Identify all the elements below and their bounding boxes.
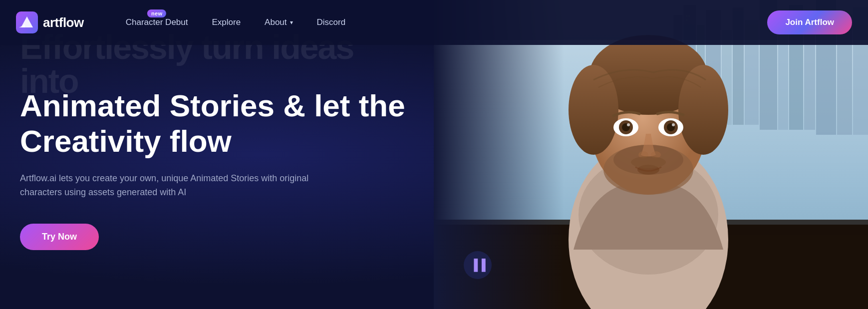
- hero-title: Animated Stories & let the Creativity fl…: [20, 88, 419, 159]
- nav-item-character-debut[interactable]: new Character Debut: [114, 13, 200, 31]
- nav-item-discord[interactable]: Discord: [305, 13, 358, 31]
- hero-image: [434, 0, 868, 309]
- logo[interactable]: artflow: [16, 11, 84, 33]
- hero-text-area: Effortlessly turn ideas into Animated St…: [20, 30, 419, 250]
- chevron-down-icon: ▾: [290, 19, 293, 26]
- join-artflow-button[interactable]: Join Artflow: [767, 10, 852, 34]
- nav-label-character-debut: Character Debut: [126, 17, 188, 27]
- logo-text: artflow: [43, 15, 84, 30]
- nav-item-about[interactable]: About ▾: [253, 13, 304, 31]
- logo-icon: [16, 11, 38, 33]
- nav-label-explore: Explore: [212, 17, 241, 27]
- nav-label-discord: Discord: [317, 17, 346, 27]
- svg-rect-45: [434, 0, 868, 309]
- navbar: artflow new Character Debut Explore Abou…: [0, 0, 868, 45]
- audio-icon: ▐▐: [470, 259, 485, 272]
- nav-links: new Character Debut Explore About ▾ Disc…: [114, 13, 768, 31]
- nav-badge-new: new: [147, 9, 166, 17]
- hero-title-suffix: & let the: [283, 88, 405, 123]
- nav-label-about: About: [265, 17, 287, 27]
- hero-media: ▐▐: [434, 0, 868, 309]
- hero-title-bold: Animated Stories: [20, 88, 275, 123]
- audio-button[interactable]: ▐▐: [464, 251, 492, 279]
- nav-item-explore[interactable]: Explore: [200, 13, 253, 31]
- hero-title-line2: Creativity flow: [20, 124, 232, 158]
- hero-description: Artflow.ai lets you create your own, uni…: [20, 171, 329, 200]
- try-now-button[interactable]: Try Now: [20, 224, 99, 250]
